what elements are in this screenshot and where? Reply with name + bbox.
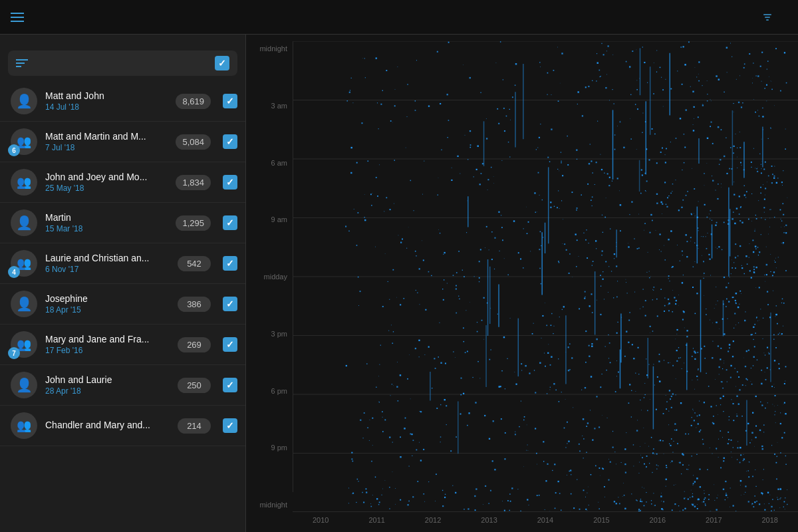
avatar-wrap: 👤 (11, 291, 37, 317)
chat-info: Josephine 18 Apr '15 (45, 293, 170, 315)
avatar-wrap: 👥 4 (11, 250, 37, 277)
avatar-wrap: 👤 (11, 209, 37, 236)
message-count: 542 (178, 256, 211, 271)
chat-info: John and Joey and Mo... 25 May '18 (45, 172, 168, 193)
chat-info: Matt and John 14 Jul '18 (45, 90, 168, 112)
x-axis-label: 2015 (573, 516, 629, 524)
avatar: 👤 (11, 372, 37, 398)
chat-checkbox[interactable] (223, 134, 237, 149)
chart-area: midnight3 am6 am9 ammidday3 pm6 pm9 pmmi… (246, 35, 798, 532)
chat-item[interactable]: 👤 Matt and John 14 Jul '18 8,619 (0, 81, 245, 122)
chat-checkbox[interactable] (223, 378, 237, 392)
header-right (762, 12, 787, 23)
y-axis-label: 9 am (246, 215, 293, 223)
chat-info: Martin 15 Mar '18 (45, 212, 168, 233)
chat-item[interactable]: 👥 Chandler and Mary and... 214 (0, 406, 245, 446)
chat-item[interactable]: 👥 6 Matt and Martin and M... 7 Jul '18 5… (0, 122, 245, 162)
chat-checkbox[interactable] (223, 175, 237, 190)
sort-bar-left (16, 59, 35, 68)
x-axis: 201020112012201320142015201620172018 (293, 512, 798, 532)
x-axis-label: 2011 (348, 516, 404, 524)
chat-name: Matt and John (45, 90, 168, 101)
chat-date: 7 Jul '18 (45, 143, 168, 152)
avatar: 👥 (11, 169, 37, 196)
message-count: 8,619 (176, 94, 211, 109)
avatar: 👤 (11, 291, 37, 317)
chat-date: 18 Apr '15 (45, 305, 170, 315)
chart-inner: midnight3 am6 am9 ammidday3 pm6 pm9 pmmi… (246, 41, 798, 512)
chat-item[interactable]: 👤 John and Laurie 28 Apr '18 250 (0, 365, 245, 406)
avatar-wrap: 👤 (11, 372, 37, 398)
chat-checkbox[interactable] (223, 337, 237, 352)
avatar: 👥 (11, 412, 37, 439)
y-axis-label: 3 am (246, 102, 293, 110)
avatar-wrap: 👥 6 (11, 128, 37, 155)
avatar-wrap: 👤 (11, 88, 37, 114)
message-count: 214 (178, 418, 211, 434)
avatar: 👤 (11, 88, 37, 114)
chat-checkbox[interactable] (223, 94, 237, 108)
chat-name: Mary and Jane and Fra... (45, 334, 170, 344)
avatar-wrap: 👥 (11, 412, 37, 439)
x-axis-label: 2012 (405, 516, 461, 524)
axis-line-horizontal (293, 511, 798, 512)
chat-item[interactable]: 👥 John and Joey and Mo... 25 May '18 1,8… (0, 162, 245, 203)
group-badge: 6 (8, 144, 20, 156)
header-left (11, 13, 32, 22)
x-axis-label: 2017 (686, 516, 741, 524)
chat-name: Laurie and Christian an... (45, 253, 170, 263)
y-axis-label: 6 pm (246, 387, 293, 395)
sidebar-header (0, 35, 245, 48)
filters-button[interactable] (762, 12, 777, 23)
chat-checkbox[interactable] (223, 297, 237, 311)
sort-icon (16, 59, 28, 68)
filter-icon (762, 12, 773, 23)
x-axis-label: 2014 (517, 516, 573, 524)
chat-date: 14 Jul '18 (45, 102, 168, 112)
y-axis-label: 9 pm (246, 444, 293, 452)
menu-icon[interactable] (11, 13, 24, 22)
y-axis-label: 6 am (246, 159, 293, 167)
chat-checkbox[interactable] (223, 418, 237, 433)
message-count: 250 (178, 378, 211, 393)
y-axis-label: 3 pm (246, 330, 293, 338)
group-badge: 7 (8, 347, 20, 359)
chat-name: Chandler and Mary and... (45, 420, 170, 430)
chat-item[interactable]: 👤 Martin 15 Mar '18 1,295 (0, 203, 245, 243)
sort-bar[interactable] (8, 51, 237, 76)
chat-name: Matt and Martin and M... (45, 131, 168, 142)
x-axis-label: 2018 (742, 516, 798, 524)
chat-date: 25 May '18 (45, 184, 168, 193)
chat-info: Laurie and Christian an... 6 Nov '17 (45, 253, 170, 274)
chat-item[interactable]: 👤 Josephine 18 Apr '15 386 (0, 284, 245, 325)
chat-item[interactable]: 👥 4 Laurie and Christian an... 6 Nov '17… (0, 243, 245, 284)
chat-checkbox[interactable] (223, 256, 237, 271)
app-header (0, 0, 798, 35)
chat-checkbox[interactable] (223, 215, 237, 230)
message-count: 269 (178, 337, 211, 352)
message-count: 5,084 (176, 134, 211, 150)
message-count: 1,834 (176, 175, 211, 190)
message-count: 386 (178, 297, 211, 312)
main-content: 👤 Matt and John 14 Jul '18 8,619 👥 6 Mat… (0, 35, 798, 532)
chat-name: John and Laurie (45, 374, 170, 385)
x-axis-label: 2013 (461, 516, 517, 524)
y-axis-label: midday (246, 273, 293, 281)
chat-date: 17 Feb '16 (45, 346, 170, 355)
chat-name: Josephine (45, 293, 170, 304)
chat-info: Matt and Martin and M... 7 Jul '18 (45, 131, 168, 152)
chat-info: Chandler and Mary and... (45, 420, 170, 432)
chat-info: John and Laurie 28 Apr '18 (45, 374, 170, 396)
sort-checkbox[interactable] (215, 56, 229, 70)
chat-list: 👤 Matt and John 14 Jul '18 8,619 👥 6 Mat… (0, 81, 245, 532)
x-axis-label: 2010 (293, 516, 348, 524)
avatar-wrap: 👥 7 (11, 331, 37, 358)
message-count: 1,295 (176, 215, 211, 231)
x-axis-label: 2016 (630, 516, 686, 524)
chat-info: Mary and Jane and Fra... 17 Feb '16 (45, 334, 170, 355)
chat-item[interactable]: 👥 7 Mary and Jane and Fra... 17 Feb '16 … (0, 325, 245, 365)
sidebar: 👤 Matt and John 14 Jul '18 8,619 👥 6 Mat… (0, 35, 246, 532)
y-axis-label: midnight (246, 501, 293, 509)
avatar-wrap: 👥 (11, 169, 37, 196)
avatar: 👤 (11, 209, 37, 236)
